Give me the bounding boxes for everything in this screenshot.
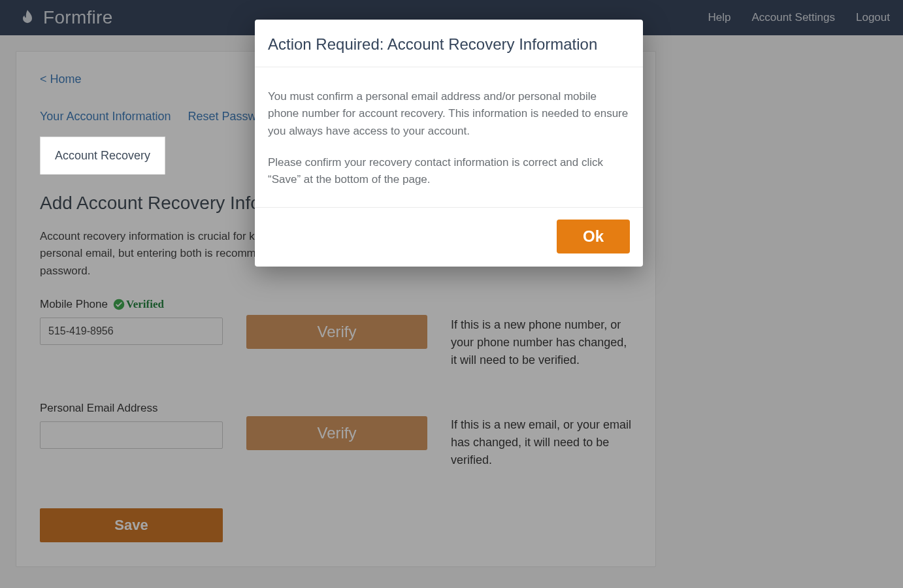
modal-dialog: Action Required: Account Recovery Inform… (255, 20, 643, 267)
ok-button[interactable]: Ok (557, 220, 630, 253)
tab-account-recovery[interactable]: Account Recovery (40, 137, 165, 174)
modal-title: Action Required: Account Recovery Inform… (268, 35, 630, 54)
modal-paragraph-2: Please confirm your recovery contact inf… (268, 154, 630, 189)
modal-body: You must confirm a personal email addres… (255, 67, 643, 208)
modal-footer: Ok (255, 208, 643, 267)
modal-header: Action Required: Account Recovery Inform… (255, 20, 643, 67)
modal-paragraph-1: You must confirm a personal email addres… (268, 88, 630, 140)
